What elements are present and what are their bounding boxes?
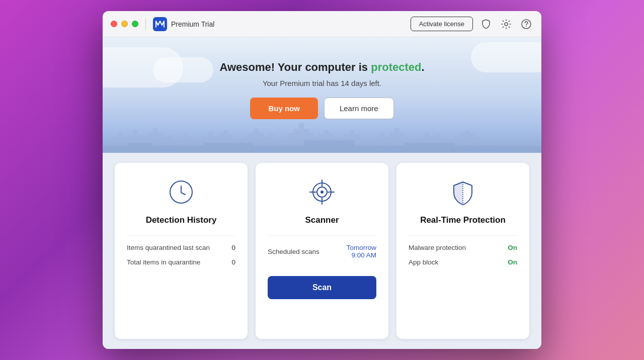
quarantined-last-scan-value: 0 <box>231 244 235 251</box>
detection-history-title: Detection History <box>146 215 217 225</box>
table-row: App block On <box>409 258 517 266</box>
cards-section: Detection History Items quarantined last… <box>103 153 541 349</box>
titlebar-divider <box>145 19 146 30</box>
quarantined-last-scan-label: Items quarantined last scan <box>127 244 210 251</box>
total-quarantine-value: 0 <box>231 258 235 266</box>
svg-point-2 <box>522 20 531 29</box>
buy-now-button[interactable]: Buy now <box>250 98 318 119</box>
scanner-title: Scanner <box>305 215 339 225</box>
real-time-protection-divider <box>409 235 517 236</box>
total-quarantine-label: Total items in quarantine <box>127 258 200 266</box>
minimize-button[interactable] <box>121 21 128 27</box>
malware-protection-value: On <box>508 244 517 251</box>
clock-icon <box>166 177 196 207</box>
table-row: Items quarantined last scan 0 <box>127 244 235 251</box>
detection-history-divider <box>127 235 235 236</box>
hero-section: Awesome! Your computer is protected. You… <box>103 37 541 153</box>
malware-protection-label: Malware protection <box>409 244 466 251</box>
table-row: Malware protection On <box>409 244 517 251</box>
hero-buttons: Buy now Learn more <box>219 98 424 119</box>
scanner-divider <box>268 235 376 236</box>
hero-subtitle: Your Premium trial has 14 days left. <box>219 79 424 87</box>
app-title: Premium Trial <box>171 20 214 28</box>
shield-half-icon <box>448 177 478 207</box>
scheduled-scans-label: Scheduled scans <box>268 248 319 255</box>
app-block-label: App block <box>409 258 438 266</box>
main-window: Premium Trial Activate license <box>103 11 541 349</box>
learn-more-button[interactable]: Learn more <box>324 98 394 119</box>
help-icon[interactable] <box>519 17 533 31</box>
hero-title-highlight: protected <box>371 61 421 73</box>
real-time-protection-title: Real-Time Protection <box>420 215 506 225</box>
table-row: Scheduled scans Tomorrow9:00 AM <box>268 244 376 259</box>
scan-button[interactable]: Scan <box>268 276 376 299</box>
traffic-lights <box>111 21 138 27</box>
close-button[interactable] <box>111 21 117 27</box>
real-time-protection-card: Real-Time Protection Malware protection … <box>396 163 529 339</box>
hero-title-prefix: Awesome! Your computer is <box>219 61 371 73</box>
settings-icon[interactable] <box>499 17 513 31</box>
titlebar: Premium Trial Activate license <box>103 11 541 37</box>
svg-point-1 <box>505 23 508 26</box>
detection-history-card: Detection History Items quarantined last… <box>115 163 248 339</box>
svg-point-11 <box>320 191 324 194</box>
scanner-card: Scanner Scheduled scans Tomorrow9:00 AM … <box>256 163 388 339</box>
scanner-rows: Scheduled scans Tomorrow9:00 AM <box>268 244 376 266</box>
target-icon <box>307 177 337 207</box>
titlebar-actions: Activate license <box>411 17 533 31</box>
svg-point-3 <box>526 26 527 27</box>
maximize-button[interactable] <box>132 21 138 27</box>
scheduled-scans-value: Tomorrow9:00 AM <box>347 244 376 259</box>
real-time-protection-rows: Malware protection On App block On <box>409 244 517 273</box>
hero-title-suffix: . <box>421 61 424 73</box>
app-block-value: On <box>508 258 517 266</box>
hero-title: Awesome! Your computer is protected. <box>219 61 424 74</box>
shield-icon[interactable] <box>479 17 493 31</box>
svg-rect-0 <box>153 17 167 31</box>
detection-history-rows: Items quarantined last scan 0 Total item… <box>127 244 235 273</box>
app-logo-icon <box>153 17 167 31</box>
titlebar-logo: Premium Trial <box>153 17 411 31</box>
activate-license-button[interactable]: Activate license <box>411 17 473 31</box>
hero-content: Awesome! Your computer is protected. You… <box>219 61 424 119</box>
table-row: Total items in quarantine 0 <box>127 258 235 266</box>
